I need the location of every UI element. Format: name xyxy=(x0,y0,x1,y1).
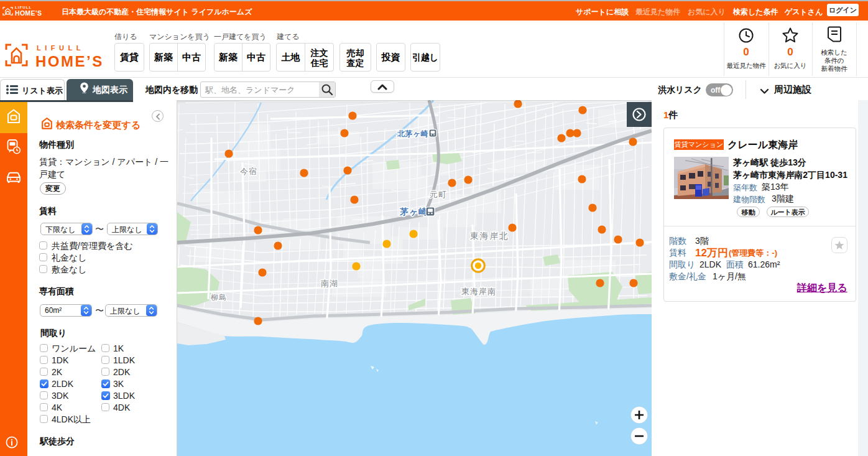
svg-text:南湖: 南湖 xyxy=(321,279,338,288)
svg-text:柳島: 柳島 xyxy=(211,293,227,302)
svg-text:北茅ヶ崎: 北茅ヶ崎 xyxy=(397,129,428,138)
svg-text:今宿: 今宿 xyxy=(240,167,257,176)
svg-text:東海岸南: 東海岸南 xyxy=(461,287,496,296)
svg-text:茅ヶ崎: 茅ヶ崎 xyxy=(399,207,428,216)
svg-text:東海岸北: 東海岸北 xyxy=(470,231,509,241)
svg-text:元町: 元町 xyxy=(430,190,447,199)
